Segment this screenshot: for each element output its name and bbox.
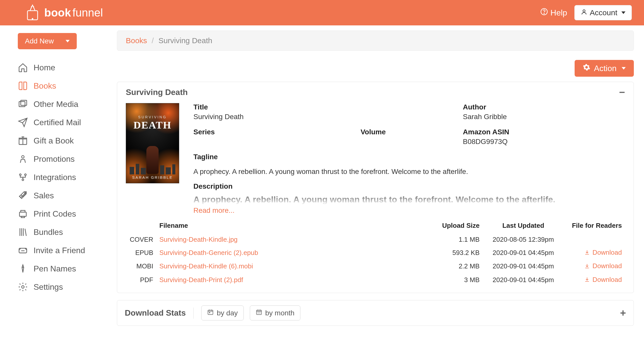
file-type: EPUB: [126, 246, 156, 260]
sidebar-item-label: Settings: [34, 282, 63, 292]
help-label: Help: [550, 8, 567, 18]
sidebar-item-label: Bundles: [34, 228, 63, 237]
col-last-updated: Last Updated: [483, 219, 564, 233]
nav-icon: [18, 62, 28, 73]
nav-icon: [18, 245, 28, 255]
download-stats-panel: Download Stats by day by month +: [117, 300, 634, 326]
table-row: COVERSurviving-Death-Kindle.jpg1.1 MB202…: [126, 233, 625, 246]
sidebar-item-sales[interactable]: Sales: [18, 186, 107, 205]
col-file-readers: File for Readers: [564, 219, 625, 233]
svg-point-10: [25, 174, 26, 176]
table-row: MOBISurviving-Death-Kindle (6).mobi2.2 M…: [126, 260, 625, 273]
file-updated: 2020-09-01 04:45pm: [483, 246, 564, 260]
svg-rect-19: [209, 312, 210, 313]
book-panel: Surviving Death − SURVIVING DEATH SARAH …: [117, 82, 634, 293]
sidebar-item-gift-a-book[interactable]: Gift a Book: [18, 132, 107, 150]
file-updated: 2020-09-01 04:45pm: [483, 273, 564, 287]
download-link[interactable]: Download: [584, 249, 622, 256]
nav-icon: [18, 227, 28, 237]
breadcrumb-sep: /: [152, 36, 154, 45]
volume-label: Volume: [361, 128, 458, 136]
nav-icon: [18, 136, 28, 146]
nav-icon: [18, 99, 28, 109]
by-month-button[interactable]: by month: [250, 305, 300, 320]
sidebar-item-certified-mail[interactable]: Certified Mail: [18, 113, 107, 132]
action-button[interactable]: Action: [575, 60, 634, 77]
filename-link[interactable]: Surviving-Death-Kindle.jpg: [159, 236, 238, 243]
read-more-link[interactable]: Read more...: [193, 206, 235, 215]
sidebar-item-print-codes[interactable]: Print Codes: [18, 205, 107, 223]
file-type: PDF: [126, 273, 156, 287]
main: Books / Surviving Death Action Surviving…: [117, 25, 644, 343]
sidebar-item-settings[interactable]: Settings: [18, 278, 107, 296]
gear-icon: [583, 63, 590, 73]
svg-point-3: [544, 13, 544, 14]
file-type: COVER: [126, 233, 156, 246]
chevron-down-icon: [621, 11, 625, 14]
author-value: Sarah Gribble: [463, 113, 625, 121]
expand-icon[interactable]: +: [620, 307, 626, 319]
download-link[interactable]: Download: [584, 276, 622, 284]
file-size: 1.1 MB: [387, 233, 483, 246]
filename-link[interactable]: Surviving-Death-Print (2).pdf: [159, 276, 243, 284]
description-label: Description: [193, 182, 625, 190]
svg-rect-14: [21, 211, 25, 212]
asin-label: Amazon ASIN: [463, 128, 625, 136]
sidebar-item-label: Invite a Friend: [34, 246, 85, 255]
sidebar-item-label: Home: [34, 63, 55, 72]
sidebar-item-label: Books: [34, 81, 56, 91]
sidebar-item-label: Promotions: [34, 154, 75, 164]
series-label: Series: [193, 128, 356, 136]
file-size: 3 MB: [387, 273, 483, 287]
account-label: Account: [590, 8, 617, 17]
sidebar-item-label: Gift a Book: [34, 136, 74, 145]
download-link[interactable]: Download: [584, 262, 622, 270]
account-button[interactable]: Account: [574, 5, 632, 20]
sidebar-item-integrations[interactable]: Integrations: [18, 168, 107, 186]
calendar-day-icon: [207, 309, 214, 317]
sidebar-item-pen-names[interactable]: Pen Names: [18, 260, 107, 278]
user-icon: [581, 8, 587, 17]
collapse-icon[interactable]: −: [619, 87, 625, 98]
svg-point-17: [22, 286, 24, 288]
file-updated: 2020-08-05 12:39pm: [483, 233, 564, 246]
sidebar-item-label: Integrations: [34, 173, 76, 182]
by-day-button[interactable]: by day: [201, 305, 244, 320]
logo[interactable]: bookfunnel: [25, 4, 103, 22]
sidebar-item-bundles[interactable]: Bundles: [18, 223, 107, 241]
sidebar-item-other-media[interactable]: Other Media: [18, 95, 107, 113]
panel-title: Surviving Death: [126, 88, 188, 97]
calendar-month-icon: [256, 309, 262, 317]
sidebar-item-invite-a-friend[interactable]: Invite a Friend: [18, 241, 107, 260]
filename-link[interactable]: Surviving-Death-Kindle (6).mobi: [159, 262, 253, 270]
nav-icon: [18, 117, 28, 127]
sidebar-item-label: Certified Mail: [34, 118, 81, 127]
svg-point-8: [22, 156, 24, 158]
sidebar-item-home[interactable]: Home: [18, 58, 107, 77]
title-label: Title: [193, 103, 356, 111]
nav-icon: [18, 209, 28, 219]
sidebar-item-promotions[interactable]: Promotions: [18, 150, 107, 168]
tagline-value: A prophecy. A rebellion. A young woman t…: [193, 168, 625, 176]
nav-list: HomeBooksOther MediaCertified MailGift a…: [18, 58, 107, 296]
sidebar-item-books[interactable]: Books: [18, 77, 107, 95]
help-link[interactable]: Help: [540, 8, 567, 18]
divider: [193, 308, 194, 319]
breadcrumb-root[interactable]: Books: [126, 36, 147, 45]
topbar: bookfunnel Help Account: [0, 0, 644, 25]
filename-link[interactable]: Surviving-Death-Generic (2).epub: [159, 249, 258, 256]
description-preview: A prophecy. A rebellion. A young woman t…: [193, 194, 625, 205]
logo-text-light: funnel: [72, 6, 103, 19]
svg-point-11: [22, 179, 24, 181]
chevron-down-icon: [622, 67, 626, 70]
breadcrumb-current: Surviving Death: [158, 36, 212, 45]
tagline-label: Tagline: [193, 153, 625, 161]
svg-rect-20: [256, 310, 262, 314]
breadcrumb: Books / Surviving Death: [117, 30, 634, 51]
add-new-button[interactable]: Add New: [18, 33, 77, 49]
svg-rect-15: [21, 216, 24, 218]
svg-point-9: [20, 174, 21, 176]
stats-title: Download Stats: [125, 308, 186, 318]
nav-icon: [18, 154, 28, 164]
logo-icon: [25, 4, 40, 22]
